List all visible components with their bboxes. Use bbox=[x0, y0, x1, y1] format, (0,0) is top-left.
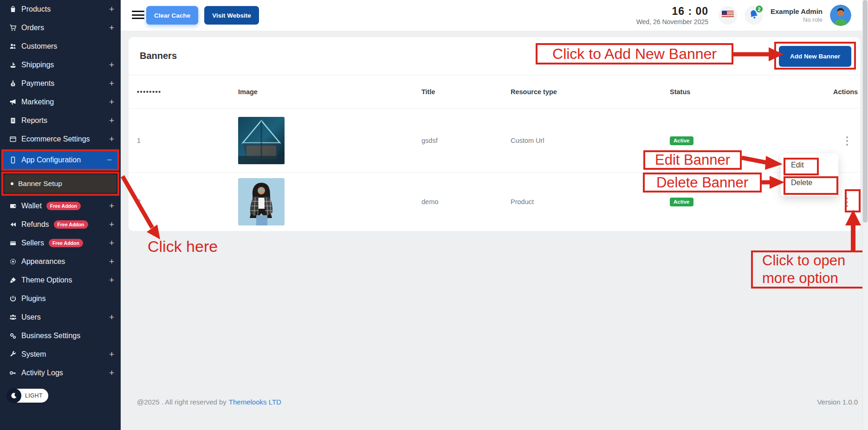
sidebar-item-marketing[interactable]: Marketing + bbox=[0, 93, 121, 111]
sidebar-item-label: Banner Setup bbox=[18, 180, 62, 188]
expand-plus-icon[interactable]: + bbox=[109, 219, 114, 230]
annotation-box-app-configuration: App Configuration − bbox=[1, 149, 119, 171]
column-header-image: Image bbox=[238, 88, 421, 96]
scrollbar-thumb[interactable] bbox=[863, 0, 868, 223]
orders-icon bbox=[9, 24, 21, 32]
sidebar-item-users[interactable]: Users + bbox=[0, 308, 121, 327]
sidebar-item-shippings[interactable]: Shippings + bbox=[0, 56, 121, 74]
sidebar-item-orders[interactable]: Orders + bbox=[0, 19, 121, 37]
sidebar-item-label: Users bbox=[21, 313, 41, 321]
sidebar-item-appearances[interactable]: Appearances + bbox=[0, 252, 121, 271]
sellers-icon bbox=[9, 239, 21, 247]
key-icon bbox=[9, 369, 21, 377]
sidebar-item-label: Refunds bbox=[21, 220, 49, 229]
sidebar-item-label: Reports bbox=[21, 116, 47, 125]
appearances-icon bbox=[9, 258, 21, 265]
row-resource-type: Custom Url bbox=[511, 137, 670, 144]
user-block[interactable]: Example Admin No role bbox=[771, 7, 823, 23]
expand-plus-icon[interactable]: + bbox=[109, 97, 114, 107]
clock-date: Wed, 26 November 2025 bbox=[636, 18, 708, 26]
bullet-icon bbox=[11, 182, 13, 185]
annotation-edit-banner: Edit Banner bbox=[643, 150, 742, 170]
row-actions-kebab-icon[interactable] bbox=[842, 133, 853, 149]
expand-plus-icon[interactable]: + bbox=[109, 201, 114, 211]
annotation-click-here: Click here bbox=[148, 237, 218, 256]
expand-plus-icon[interactable]: + bbox=[109, 349, 114, 359]
expand-plus-icon[interactable]: + bbox=[109, 60, 114, 70]
sidebar-item-ecommerce-settings[interactable]: Ecommerce Settings + bbox=[0, 130, 121, 148]
topbar: Clear Cache Visit Website 16 : 00 Wed, 2… bbox=[121, 0, 862, 31]
annotation-text: Edit Banner bbox=[655, 152, 730, 168]
sidebar-item-customers[interactable]: Customers bbox=[0, 37, 121, 56]
clock-time: 16 : 00 bbox=[672, 5, 708, 18]
row-resource-type: Product bbox=[511, 198, 670, 205]
sidebar-item-label: Wallet bbox=[21, 202, 42, 210]
sidebar-item-wallet[interactable]: Wallet Free Addon + bbox=[0, 197, 121, 215]
page-title: Banners bbox=[140, 51, 177, 61]
sidebar-item-label: Products bbox=[21, 5, 51, 13]
sidebar-item-refunds[interactable]: Refunds Free Addon + bbox=[0, 215, 121, 234]
annotation-outline-kebab bbox=[845, 189, 861, 212]
expand-plus-icon[interactable]: + bbox=[109, 368, 114, 378]
user-avatar[interactable] bbox=[830, 5, 851, 26]
sidebar-item-theme-options[interactable]: Theme Options + bbox=[0, 271, 121, 289]
annotation-outline-delete-item bbox=[784, 176, 838, 195]
row-title: gsdsf bbox=[421, 137, 511, 144]
hamburger-menu-icon[interactable] bbox=[132, 11, 144, 21]
expand-plus-icon[interactable]: + bbox=[109, 78, 114, 89]
expand-plus-icon[interactable]: + bbox=[109, 257, 114, 267]
company-link[interactable]: Themelooks LTD bbox=[229, 398, 281, 406]
expand-plus-icon[interactable]: + bbox=[109, 238, 114, 248]
sidebar-item-label: Business Settings bbox=[21, 332, 80, 340]
visit-website-button[interactable]: Visit Website bbox=[204, 6, 259, 25]
sidebar-item-app-configuration[interactable]: App Configuration − bbox=[3, 151, 117, 169]
products-icon bbox=[9, 6, 21, 13]
expand-plus-icon[interactable]: + bbox=[109, 134, 114, 144]
rewind-icon bbox=[9, 221, 21, 228]
row-title: demo bbox=[421, 198, 511, 205]
sidebar-item-products[interactable]: Products + bbox=[0, 0, 121, 19]
column-header-status: Status bbox=[670, 88, 833, 96]
copyright-text: @2025 . All right reserved by bbox=[137, 398, 227, 406]
sidebar-item-label: Theme Options bbox=[21, 276, 72, 284]
collapse-minus-icon[interactable]: − bbox=[107, 155, 112, 165]
sidebar-item-sellers[interactable]: Sellers Free Addon + bbox=[0, 234, 121, 252]
sidebar-item-reports[interactable]: Reports + bbox=[0, 111, 121, 130]
theme-toggle-label: LIGHT bbox=[25, 392, 43, 399]
payments-icon: $ bbox=[9, 80, 21, 87]
expand-plus-icon[interactable]: + bbox=[109, 23, 114, 33]
expand-plus-icon[interactable]: + bbox=[109, 4, 114, 14]
footer-copyright: @2025 . All right reserved byThemelooks … bbox=[137, 398, 281, 406]
sidebar-item-system[interactable]: System + bbox=[0, 345, 121, 364]
us-flag-icon bbox=[722, 11, 734, 20]
annotation-outline-edit-item bbox=[784, 158, 819, 175]
wallet-icon bbox=[9, 202, 21, 210]
topbar-right: 16 : 00 Wed, 26 November 2025 2 Example … bbox=[636, 0, 851, 31]
banner-image-building bbox=[238, 117, 285, 164]
expand-plus-icon[interactable]: + bbox=[109, 275, 114, 285]
svg-text:$: $ bbox=[12, 83, 14, 86]
annotation-outline-add-button bbox=[774, 42, 856, 70]
wrench-icon bbox=[9, 351, 21, 358]
scrollbar-track[interactable] bbox=[862, 0, 868, 430]
annotation-add-new-banner: Click to Add New Banner bbox=[536, 43, 733, 64]
status-badge: Active bbox=[670, 136, 693, 145]
sidebar-item-payments[interactable]: $ Payments + bbox=[0, 74, 121, 93]
sidebar-item-label: Orders bbox=[21, 24, 44, 32]
notifications-button[interactable]: 2 bbox=[745, 6, 763, 25]
footer-version: Version 1.0.0 bbox=[817, 398, 858, 406]
sidebar-item-label: Appearances bbox=[21, 257, 65, 266]
clear-cache-button[interactable]: Clear Cache bbox=[146, 6, 198, 25]
language-flag-button[interactable] bbox=[719, 6, 737, 25]
sidebar-item-label: Ecommerce Settings bbox=[21, 135, 90, 143]
gears-icon bbox=[9, 332, 21, 340]
sidebar-item-banner-setup[interactable]: Banner Setup bbox=[4, 174, 117, 193]
expand-plus-icon[interactable]: + bbox=[109, 116, 114, 126]
smartphone-icon bbox=[9, 156, 21, 164]
theme-toggle[interactable]: LIGHT bbox=[7, 389, 48, 403]
annotation-more-options: Click to open more option bbox=[751, 250, 866, 289]
sidebar-item-activity-logs[interactable]: Activity Logs + bbox=[0, 364, 121, 382]
expand-plus-icon[interactable]: + bbox=[109, 312, 114, 322]
sidebar-item-plugins[interactable]: Plugins bbox=[0, 289, 121, 308]
sidebar-item-business-settings[interactable]: Business Settings bbox=[0, 327, 121, 345]
